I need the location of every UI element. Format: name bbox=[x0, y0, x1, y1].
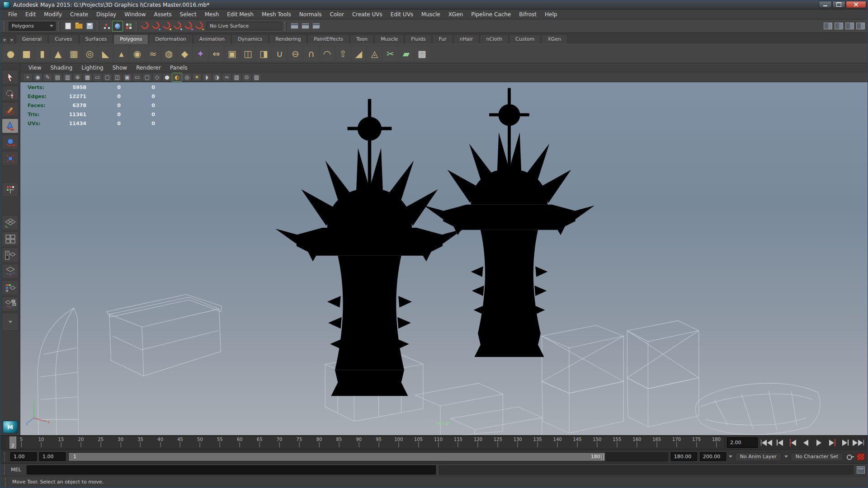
ipr-render-icon[interactable] bbox=[300, 21, 310, 31]
menu-item[interactable]: File bbox=[4, 10, 21, 19]
safe-title-icon[interactable]: ▢ bbox=[142, 73, 152, 81]
grip-handle[interactable] bbox=[4, 465, 7, 474]
xray-icon[interactable]: ▨ bbox=[252, 73, 261, 81]
menu-item[interactable]: Create UVs bbox=[348, 10, 387, 19]
sculpt-tool-icon[interactable]: ✦ bbox=[193, 46, 208, 61]
snap-to-grid-icon[interactable] bbox=[141, 21, 151, 31]
textured-icon[interactable]: ◐ bbox=[172, 73, 182, 81]
close-button[interactable] bbox=[846, 1, 866, 8]
four-pane-layout-button[interactable] bbox=[2, 231, 19, 246]
extrude-icon[interactable]: ⇧ bbox=[335, 46, 350, 61]
character-set-menu[interactable]: No Character Set bbox=[791, 452, 843, 461]
menu-item[interactable]: Mesh Tools bbox=[258, 10, 295, 19]
last-tool-used-button[interactable] bbox=[2, 182, 19, 197]
menu-item[interactable]: Edit Mesh bbox=[223, 10, 258, 19]
time-slider[interactable]: 2 51015202530354045505560657075808590951… bbox=[5, 436, 725, 449]
shelf-tab[interactable]: XGen bbox=[541, 34, 567, 44]
image-plane-icon[interactable]: ▥ bbox=[63, 73, 72, 81]
snap-to-point-icon[interactable] bbox=[162, 21, 172, 31]
menu-item[interactable]: Help bbox=[541, 10, 561, 19]
poly-prism-icon[interactable]: ◣ bbox=[98, 46, 113, 61]
boolean-intersect-icon[interactable]: ∩ bbox=[304, 46, 319, 61]
modeling-toolkit-icon[interactable] bbox=[823, 21, 833, 31]
snap-to-projected-center-icon[interactable] bbox=[173, 21, 183, 31]
save-scene-icon[interactable] bbox=[85, 21, 94, 31]
platonic-solid-icon[interactable]: ◆ bbox=[177, 46, 192, 61]
shelf-tab[interactable]: Muscle bbox=[374, 34, 404, 44]
scale-tool-button[interactable] bbox=[2, 151, 19, 166]
script-editor-icon[interactable] bbox=[857, 466, 865, 474]
safe-action-icon[interactable]: ▭ bbox=[132, 73, 142, 81]
render-settings-icon[interactable] bbox=[311, 21, 321, 31]
panel-menu-item[interactable]: View bbox=[24, 64, 46, 72]
auto-keyframe-toggle-icon[interactable] bbox=[846, 453, 854, 461]
hypershade-persp-layout-button[interactable] bbox=[2, 280, 19, 295]
select-by-object-type-icon[interactable] bbox=[113, 21, 123, 31]
panel-menu-item[interactable]: Show bbox=[108, 64, 132, 72]
shelf-menu-icon[interactable] bbox=[9, 37, 15, 44]
boolean-difference-icon[interactable]: ⊖ bbox=[288, 46, 303, 61]
animation-preferences-icon[interactable] bbox=[857, 453, 865, 460]
render-current-frame-icon[interactable] bbox=[289, 21, 299, 31]
menu-item[interactable]: Display bbox=[92, 10, 120, 19]
menu-item[interactable]: Bifrost bbox=[515, 10, 541, 19]
shelf-tab-selector-icon[interactable] bbox=[1, 37, 8, 44]
channel-box-icon[interactable] bbox=[855, 21, 865, 31]
menu-item[interactable]: Assets bbox=[150, 10, 176, 19]
shelf-tab[interactable]: General bbox=[16, 34, 48, 44]
shelf-tab[interactable]: Deformation bbox=[149, 34, 193, 44]
maximize-button[interactable] bbox=[832, 1, 845, 8]
persp-outliner-layout-button[interactable] bbox=[2, 296, 19, 311]
select-camera-icon[interactable]: ⌖ bbox=[23, 73, 33, 81]
minimize-button[interactable] bbox=[819, 1, 832, 8]
move-tool-button[interactable] bbox=[2, 118, 19, 133]
snap-to-view-plane-icon[interactable] bbox=[184, 21, 194, 31]
wireframe-icon[interactable]: ◇ bbox=[152, 73, 162, 81]
make-live-icon[interactable] bbox=[195, 21, 205, 31]
grip-handle[interactable] bbox=[136, 22, 138, 31]
grip-handle[interactable] bbox=[4, 22, 6, 31]
rotate-tool-button[interactable] bbox=[2, 135, 19, 150]
step-back-frame-button[interactable] bbox=[774, 438, 785, 448]
shaded-icon[interactable]: ● bbox=[162, 73, 172, 81]
select-by-component-icon[interactable] bbox=[123, 21, 133, 31]
anim-layer-menu[interactable]: No Anim Layer bbox=[735, 452, 782, 461]
field-chart-icon[interactable]: ▣ bbox=[123, 73, 132, 81]
poly-pyramid-icon[interactable]: ▴ bbox=[114, 46, 129, 61]
shelf-tab[interactable]: nCloth bbox=[480, 34, 509, 44]
open-scene-icon[interactable] bbox=[74, 21, 84, 31]
range-handle[interactable] bbox=[601, 454, 604, 460]
select-by-hierarchy-icon[interactable] bbox=[102, 21, 112, 31]
bridge-icon[interactable]: ◬ bbox=[367, 46, 382, 61]
motion-blur-icon[interactable]: ≈ bbox=[222, 73, 231, 81]
poly-cylinder-icon[interactable]: ▮ bbox=[35, 46, 50, 61]
shelf-tab[interactable]: Fur bbox=[432, 34, 453, 44]
menu-item[interactable]: Modify bbox=[40, 10, 66, 19]
live-surface-field[interactable]: No Live Surface bbox=[206, 22, 282, 30]
single-pane-layout-button[interactable] bbox=[2, 215, 19, 230]
panel-menu-item[interactable]: Lighting bbox=[77, 64, 108, 72]
quad-draw-icon[interactable]: ▰ bbox=[399, 46, 414, 61]
tool-settings-icon[interactable] bbox=[844, 21, 854, 31]
outliner-persp-layout-button[interactable] bbox=[2, 248, 19, 263]
grid-icon[interactable]: ▦ bbox=[83, 73, 92, 81]
smooth-icon[interactable]: ◠ bbox=[320, 46, 335, 61]
panel-menu-item[interactable]: Renderer bbox=[132, 64, 165, 72]
poly-helix-icon[interactable]: ≈ bbox=[146, 46, 160, 61]
mel-input[interactable] bbox=[27, 465, 436, 474]
boolean-union-icon[interactable]: ∪ bbox=[272, 46, 287, 61]
poly-cube-icon[interactable]: ■ bbox=[19, 46, 34, 61]
viewport[interactable]: Verts: 5958 0 0 Edges: 12271 0 0 bbox=[20, 82, 868, 435]
use-default-material-icon[interactable]: ◎ bbox=[182, 73, 192, 81]
new-scene-icon[interactable] bbox=[63, 21, 73, 31]
step-forward-key-button[interactable] bbox=[826, 438, 838, 448]
shelf-tab[interactable]: Curves bbox=[48, 34, 78, 44]
lock-camera-icon[interactable]: ◉ bbox=[33, 73, 42, 81]
bookmarks-icon[interactable]: ▤ bbox=[53, 73, 62, 81]
two-d-pan-zoom-icon[interactable]: ⊕ bbox=[73, 73, 82, 81]
menu-item[interactable]: Window bbox=[120, 10, 150, 19]
current-frame-marker[interactable]: 2 bbox=[9, 436, 16, 449]
grip-handle[interactable] bbox=[4, 452, 7, 461]
paint-select-tool-button[interactable] bbox=[2, 102, 19, 117]
separate-icon[interactable]: ◫ bbox=[241, 46, 255, 61]
